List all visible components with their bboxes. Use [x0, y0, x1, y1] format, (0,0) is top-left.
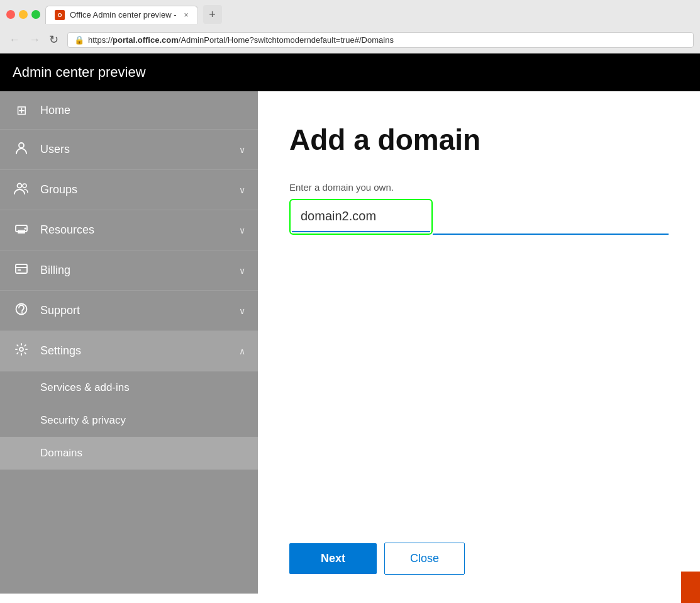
- sidebar-item-label: Settings: [40, 344, 229, 358]
- app-title: Admin center preview: [13, 64, 146, 81]
- nav-buttons: ← → ↻: [6, 31, 61, 48]
- forward-button[interactable]: →: [26, 32, 43, 48]
- sidebar-item-label: Groups: [40, 183, 229, 196]
- tab-label: Office Admin center preview -: [70, 10, 177, 20]
- title-bar: O Office Admin center preview - × +: [0, 0, 700, 29]
- chevron-up-icon: ∧: [239, 346, 245, 356]
- sidebar-item-users[interactable]: Users ∨: [0, 130, 258, 170]
- content-area: Add a domain Enter a domain you own. Nex…: [258, 91, 700, 594]
- sidebar-sub-item-label: Services & add-ins: [40, 381, 130, 394]
- next-button[interactable]: Next: [289, 543, 377, 574]
- content-footer: Next Close: [258, 530, 700, 594]
- chevron-down-icon: ∨: [239, 306, 245, 316]
- close-button[interactable]: [6, 10, 15, 19]
- form-label: Enter a domain you own.: [289, 182, 669, 193]
- domain-input[interactable]: [292, 201, 430, 232]
- sidebar-sub-item-domains[interactable]: Domains: [0, 437, 258, 470]
- svg-point-12: [19, 347, 23, 351]
- lock-icon: 🔒: [74, 35, 84, 45]
- browser-chrome: O Office Admin center preview - × + ← → …: [0, 0, 700, 54]
- sidebar-item-groups[interactable]: Groups ∨: [0, 170, 258, 210]
- billing-icon: [13, 262, 30, 279]
- url-display: https://portal.office.com/AdminPortal/Ho…: [88, 35, 394, 45]
- minimize-button[interactable]: [19, 10, 28, 19]
- sidebar-item-billing[interactable]: Billing ∨: [0, 251, 258, 291]
- url-path: /AdminPortal/Home?switchtomoderndefault=…: [179, 35, 394, 45]
- page-title: Add a domain: [289, 123, 669, 157]
- new-tab-button[interactable]: +: [203, 5, 222, 24]
- sidebar-item-settings[interactable]: Settings ∧: [0, 331, 258, 371]
- users-icon: [13, 141, 30, 158]
- orange-decoration: [681, 572, 700, 603]
- maximize-button[interactable]: [31, 10, 40, 19]
- support-icon: [13, 302, 30, 319]
- resources-icon: [13, 222, 30, 239]
- tab-close-button[interactable]: ×: [184, 11, 189, 20]
- chevron-down-icon: ∨: [239, 145, 245, 155]
- tab-favicon: O: [55, 10, 65, 20]
- svg-point-6: [25, 228, 26, 230]
- app-header: Admin center preview: [0, 54, 700, 91]
- sidebar: ⊞ Home Users ∨: [0, 91, 258, 594]
- svg-point-0: [19, 143, 24, 148]
- sidebar-sub-item-security[interactable]: Security & privacy: [0, 404, 258, 437]
- input-row: [289, 199, 669, 235]
- home-icon: ⊞: [13, 103, 30, 118]
- groups-icon: [13, 181, 30, 198]
- domain-input-container: [289, 199, 669, 235]
- sidebar-item-resources[interactable]: Resources ∨: [0, 210, 258, 251]
- sidebar-item-label: Billing: [40, 264, 229, 277]
- app: Admin center preview ⊞ Home Users ∨: [0, 54, 700, 594]
- traffic-lights: [6, 10, 40, 19]
- svg-point-2: [23, 184, 26, 188]
- domain-input-highlight: [289, 199, 433, 235]
- svg-rect-7: [16, 264, 27, 273]
- settings-icon: [13, 342, 30, 359]
- url-host: portal.office.com: [113, 35, 179, 45]
- sidebar-item-support[interactable]: Support ∨: [0, 291, 258, 331]
- chevron-down-icon: ∨: [239, 225, 245, 235]
- sidebar-sub-item-services[interactable]: Services & add-ins: [0, 371, 258, 404]
- app-body: ⊞ Home Users ∨: [0, 91, 700, 594]
- browser-tab[interactable]: O Office Admin center preview - ×: [45, 6, 198, 24]
- svg-point-1: [18, 184, 22, 188]
- address-bar: ← → ↻ 🔒 https://portal.office.com/AdminP…: [0, 29, 700, 53]
- close-button[interactable]: Close: [384, 543, 465, 575]
- sidebar-item-label: Users: [40, 143, 229, 156]
- refresh-button[interactable]: ↻: [47, 31, 61, 48]
- sidebar-item-label: Resources: [40, 223, 229, 237]
- chevron-down-icon: ∨: [239, 266, 245, 276]
- svg-point-11: [21, 312, 23, 313]
- url-bar[interactable]: 🔒 https://portal.office.com/AdminPortal/…: [67, 32, 694, 48]
- sidebar-item-label: Support: [40, 304, 229, 317]
- sidebar-sub-item-label: Domains: [40, 447, 82, 459]
- sidebar-item-home[interactable]: ⊞ Home: [0, 91, 258, 130]
- sidebar-sub-item-label: Security & privacy: [40, 414, 126, 427]
- chevron-down-icon: ∨: [239, 185, 245, 195]
- sidebar-item-label: Home: [40, 104, 245, 117]
- back-button[interactable]: ←: [6, 32, 23, 48]
- input-underline-extension: [433, 206, 669, 235]
- content-inner: Add a domain Enter a domain you own.: [258, 91, 700, 530]
